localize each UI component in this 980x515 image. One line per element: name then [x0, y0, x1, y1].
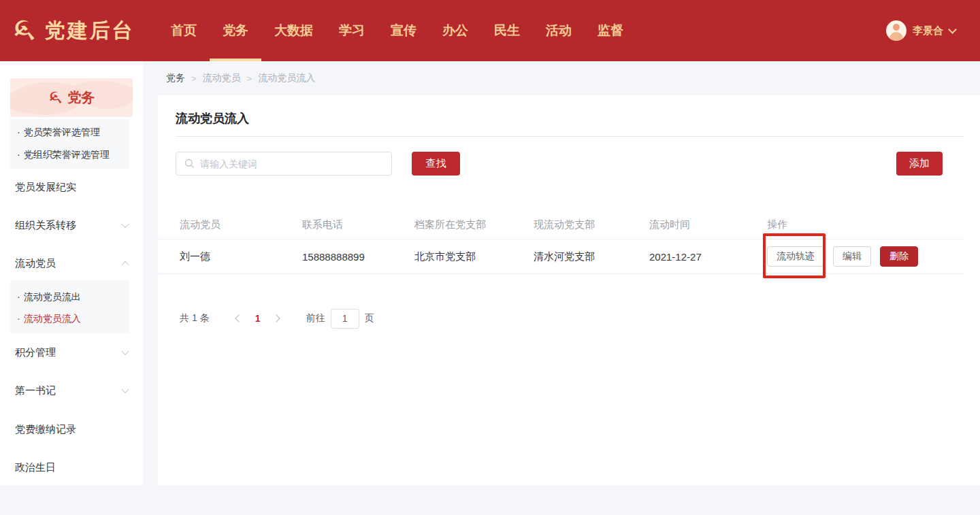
column-header: 操作: [767, 218, 964, 231]
cell-date: 2021-12-27: [649, 251, 767, 263]
nav-study[interactable]: 学习: [326, 0, 378, 61]
prev-page-button[interactable]: [229, 309, 248, 328]
current-page[interactable]: 1: [248, 313, 268, 324]
column-header: 流动时间: [649, 218, 767, 231]
user-avatar-icon: [886, 20, 906, 41]
row-actions: 流动轨迹 编辑 删除: [767, 246, 964, 267]
pagination: 共 1 条 1 前往 页: [180, 308, 374, 329]
breadcrumb-item[interactable]: 流动党员: [203, 72, 241, 84]
app-logo: ☭ 党建后台: [0, 0, 158, 61]
cell-current-branch: 清水河党支部: [534, 250, 649, 263]
column-header: 联系电话: [302, 218, 414, 231]
sidebar: ☭ 党务 ·党员荣誉评选管理 ·党组织荣誉评选管理 党员发展纪实 组织关系转移 …: [0, 61, 143, 485]
chevron-down-icon: [121, 220, 129, 227]
sidebar-item-member-honor[interactable]: ·党员荣誉评选管理: [0, 121, 143, 144]
sidebar-item-label: 流动党员: [15, 257, 56, 269]
sidebar-item-label: 流动党员流出: [24, 291, 81, 302]
page-title: 流动党员流入: [176, 110, 249, 127]
breadcrumb-separator: >: [247, 73, 252, 84]
sidebar-item-member-development[interactable]: 党员发展纪实: [0, 176, 143, 198]
pagination-total: 共 1 条: [180, 312, 210, 325]
nav-party-affairs[interactable]: 党务: [210, 0, 261, 61]
nav-livelihood[interactable]: 民生: [481, 0, 533, 61]
page-unit-label: 页: [365, 312, 374, 325]
sidebar-item-political-birthday[interactable]: 政治生日: [0, 456, 143, 478]
sidebar-item-label: 党组织荣誉评选管理: [24, 149, 110, 160]
sidebar-item-label: 第一书记: [15, 384, 56, 396]
table-row: 刘一德 15888888899 北京市党支部 清水河党支部 2021-12-27…: [158, 239, 964, 274]
chevron-down-icon: [121, 347, 129, 354]
breadcrumb-item[interactable]: 党务: [166, 72, 185, 84]
next-page-button[interactable]: [268, 309, 287, 328]
sidebar-item-label: 流动党员流入: [24, 313, 81, 324]
sidebar-item-label: 党员荣誉评选管理: [24, 127, 100, 137]
breadcrumb-separator: >: [191, 73, 197, 84]
goto-page-input[interactable]: [331, 309, 359, 329]
trajectory-button[interactable]: 流动轨迹: [767, 246, 824, 267]
column-header: 流动党员: [180, 218, 302, 231]
sidebar-banner-title: 党务: [67, 88, 95, 107]
user-name: 李景合: [913, 24, 943, 37]
main-nav: 首页 党务 大数据 学习 宣传 办公 民生 活动 监督: [158, 0, 636, 61]
sidebar-item-label: 党费缴纳记录: [15, 423, 76, 435]
search-input[interactable]: [200, 159, 391, 169]
breadcrumb: 党务 > 流动党员 > 流动党员流入: [143, 61, 980, 95]
goto-label: 前往: [306, 312, 325, 325]
sidebar-item-label: 政治生日: [15, 461, 56, 473]
sidebar-item-label: 组织关系转移: [15, 219, 76, 231]
chevron-down-icon: [948, 25, 957, 34]
edit-button[interactable]: 编辑: [833, 246, 871, 267]
party-emblem-icon: ☭: [48, 90, 63, 106]
chevron-left-icon: [235, 314, 242, 322]
delete-button[interactable]: 删除: [880, 246, 918, 267]
sidebar-item-org-transfer[interactable]: 组织关系转移: [0, 214, 143, 236]
column-header: 档案所在党支部: [414, 218, 534, 231]
column-header: 现流动党支部: [534, 218, 649, 231]
user-menu[interactable]: 李景合: [886, 0, 956, 61]
nav-big-data[interactable]: 大数据: [261, 0, 326, 61]
nav-office[interactable]: 办公: [429, 0, 481, 61]
add-button[interactable]: 添加: [896, 152, 943, 176]
cell-member-name: 刘一德: [180, 250, 302, 263]
sidebar-item-mobile-inflow[interactable]: ·流动党员流入: [0, 308, 143, 330]
cell-archive-branch: 北京市党支部: [414, 250, 534, 263]
breadcrumb-item: 流动党员流入: [258, 72, 315, 84]
nav-home[interactable]: 首页: [158, 0, 210, 61]
nav-supervision[interactable]: 监督: [585, 0, 636, 61]
sidebar-item-mobile-outflow[interactable]: ·流动党员流出: [0, 286, 143, 308]
chevron-down-icon: [121, 385, 129, 393]
nav-activity[interactable]: 活动: [533, 0, 585, 61]
sidebar-item-label: 党员发展纪实: [15, 181, 76, 193]
chevron-right-icon: [272, 314, 280, 322]
sidebar-item-label: 积分管理: [15, 346, 56, 358]
sidebar-item-points[interactable]: 积分管理: [0, 341, 143, 363]
divider: [176, 136, 964, 137]
search-box: [176, 152, 392, 176]
table-header: 流动党员 联系电话 档案所在党支部 现流动党支部 流动时间 操作: [158, 211, 964, 239]
sidebar-item-mobile-members[interactable]: 流动党员: [0, 252, 143, 274]
sidebar-item-first-secretary[interactable]: 第一书记: [0, 379, 143, 401]
top-header: ☭ 党建后台 首页 党务 大数据 学习 宣传 办公 民生 活动 监督 李景合: [0, 0, 980, 61]
sidebar-item-fee-records[interactable]: 党费缴纳记录: [0, 418, 143, 440]
sidebar-item-org-honor[interactable]: ·党组织荣誉评选管理: [0, 144, 143, 166]
nav-publicity[interactable]: 宣传: [378, 0, 429, 61]
search-button[interactable]: 查找: [412, 152, 460, 176]
chevron-up-icon: [121, 261, 129, 268]
party-emblem-icon: ☭: [12, 17, 37, 44]
search-icon: [184, 159, 195, 169]
cell-phone: 15888888899: [302, 251, 414, 263]
content-card: 流动党员流入 查找 添加 流动党员 联系电话 档案所在党支部 现流动党支部 流动…: [158, 95, 980, 485]
app-title: 党建后台: [45, 17, 135, 45]
sidebar-banner: ☭ 党务: [10, 78, 133, 117]
